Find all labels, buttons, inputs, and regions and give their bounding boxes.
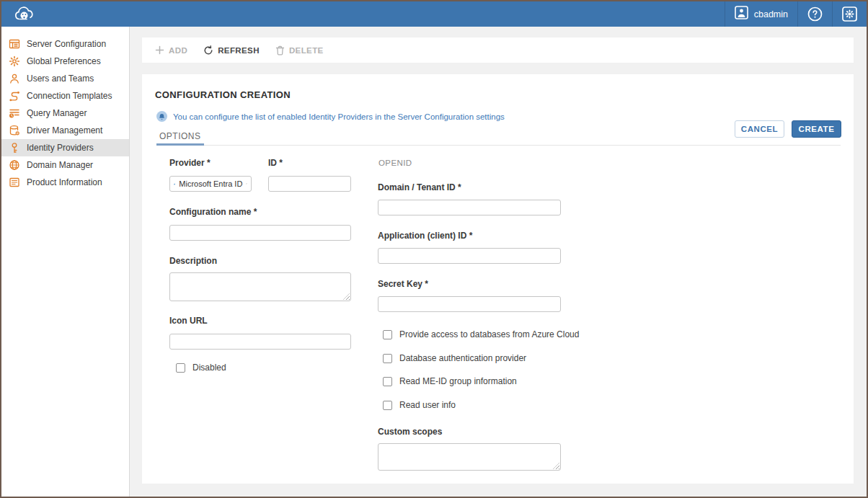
provider-label: Provider * [169, 158, 252, 168]
azure-access-checkbox-label: Provide access to databases from Azure C… [399, 329, 579, 339]
read-meid-group-checkbox[interactable] [383, 377, 392, 386]
provider-value: Microsoft Entra ID [179, 179, 242, 188]
main-area: ADD REFRESH DELETE CONFIGURATION CREATIO… [130, 27, 867, 497]
notification-bell-icon [156, 111, 167, 122]
provider-select[interactable]: Microsoft Entra ID [169, 176, 252, 192]
sidebar-item-label: Global Preferences [27, 56, 101, 66]
create-button[interactable]: CREATE [792, 120, 841, 138]
toolbar: ADD REFRESH DELETE [142, 37, 854, 63]
chevron-down-icon [246, 182, 247, 186]
domain-tenant-id-field: Domain / Tenant ID * [378, 182, 561, 215]
secret-key-label: Secret Key * [378, 279, 561, 289]
disabled-checkbox-row[interactable]: Disabled [176, 363, 226, 373]
configuration-name-field: Configuration name * [169, 207, 351, 241]
read-meid-group-checkbox-label: Read ME-ID group information [399, 376, 517, 386]
top-bar: cbadmin [1, 1, 867, 27]
custom-scopes-textarea[interactable] [378, 443, 561, 471]
secret-key-input[interactable] [378, 296, 561, 312]
tab-active-indicator [156, 143, 204, 146]
database-icon [9, 125, 20, 136]
preferences-gear-icon [9, 55, 20, 67]
sidebar-item-domain-manager[interactable]: Domain Manager [1, 156, 129, 174]
admin-sidebar: Server Configuration Global Preferences … [1, 27, 130, 497]
sidebar-item-server-configuration[interactable]: Server Configuration [1, 35, 129, 53]
info-message: You can configure the list of enabled Id… [156, 111, 505, 122]
sidebar-item-users-and-teams[interactable]: Users and Teams [1, 70, 129, 87]
secret-key-field: Secret Key * [378, 279, 561, 312]
sidebar-item-label: Product Information [27, 177, 102, 187]
help-icon [807, 6, 823, 22]
disabled-checkbox-label: Disabled [192, 363, 226, 373]
sidebar-item-global-preferences[interactable]: Global Preferences [1, 53, 129, 70]
sidebar-item-label: Domain Manager [27, 160, 93, 170]
description-label: Description [169, 256, 351, 266]
sidebar-item-label: Users and Teams [27, 74, 94, 84]
help-button[interactable] [797, 1, 832, 27]
id-field: ID * [268, 158, 351, 192]
domain-tenant-id-label: Domain / Tenant ID * [378, 182, 561, 192]
sidebar-item-label: Identity Providers [27, 143, 94, 153]
read-user-info-checkbox-row[interactable]: Read user info [383, 400, 456, 410]
sidebar-item-query-manager[interactable]: Query Manager [1, 105, 129, 122]
configuration-creation-panel: CONFIGURATION CREATION You can configure… [142, 74, 854, 484]
delete-button-label: DELETE [289, 46, 324, 55]
icon-url-label: Icon URL [169, 316, 351, 326]
sidebar-item-connection-templates[interactable]: Connection Templates [1, 87, 129, 105]
db-auth-provider-checkbox-row[interactable]: Database authentication provider [383, 353, 526, 363]
user-menu[interactable]: cbadmin [725, 1, 797, 27]
users-icon [9, 73, 20, 84]
refresh-button-label: REFRESH [218, 46, 260, 55]
id-label: ID * [268, 158, 351, 168]
sidebar-item-label: Driver Management [27, 125, 102, 135]
settings-button[interactable] [832, 1, 867, 27]
configuration-name-label: Configuration name * [169, 207, 351, 217]
icon-url-input[interactable] [169, 334, 351, 350]
plus-icon [155, 45, 164, 55]
db-auth-provider-checkbox-label: Database authentication provider [399, 353, 526, 363]
custom-scopes-field: Custom scopes [378, 427, 561, 471]
panel-title: CONFIGURATION CREATION [155, 89, 291, 100]
read-meid-group-checkbox-row[interactable]: Read ME-ID group information [383, 376, 517, 386]
user-avatar-icon [735, 6, 748, 22]
sidebar-item-product-information[interactable]: Product Information [1, 174, 129, 191]
add-button-label: ADD [169, 46, 187, 55]
openid-group-label: OPENID [378, 159, 412, 167]
info-message-text: You can configure the list of enabled Id… [173, 112, 505, 121]
sidebar-item-label: Connection Templates [27, 91, 112, 101]
sidebar-item-label: Query Manager [27, 108, 87, 118]
add-button[interactable]: ADD [155, 45, 187, 55]
configuration-name-input[interactable] [169, 225, 351, 241]
cancel-button[interactable]: CANCEL [735, 120, 784, 138]
sidebar-item-driver-management[interactable]: Driver Management [1, 122, 129, 139]
refresh-icon [203, 45, 213, 55]
delete-button[interactable]: DELETE [275, 45, 324, 55]
query-clock-icon [9, 107, 20, 119]
info-card-icon [9, 177, 20, 188]
domain-tenant-id-input[interactable] [378, 200, 561, 215]
settings-gear-icon [842, 6, 857, 22]
azure-access-checkbox[interactable] [383, 330, 392, 339]
azure-access-checkbox-row[interactable]: Provide access to databases from Azure C… [383, 329, 579, 339]
application-client-id-input[interactable] [378, 248, 561, 264]
provider-field: Provider * Microsoft Entra ID [169, 158, 252, 192]
sidebar-item-identity-providers[interactable]: Identity Providers [1, 139, 129, 156]
id-input[interactable] [268, 176, 351, 192]
icon-url-field: Icon URL [169, 316, 351, 350]
read-user-info-checkbox-label: Read user info [399, 400, 456, 410]
username: cbadmin [754, 9, 788, 19]
server-configuration-icon [9, 38, 20, 50]
application-client-id-label: Application (client) ID * [378, 231, 561, 241]
description-textarea[interactable] [169, 272, 351, 301]
globe-icon [9, 159, 20, 171]
db-auth-provider-checkbox[interactable] [383, 354, 392, 363]
custom-scopes-label: Custom scopes [378, 427, 561, 437]
application-client-id-field: Application (client) ID * [378, 231, 561, 264]
refresh-button[interactable]: REFRESH [203, 45, 260, 55]
connection-flow-icon [9, 90, 20, 102]
read-user-info-checkbox[interactable] [383, 401, 392, 410]
description-field: Description [169, 256, 351, 301]
disabled-checkbox[interactable] [176, 363, 185, 373]
tab-ruler [156, 145, 841, 146]
trash-icon [275, 45, 285, 55]
app-window: cbadmin [0, 0, 868, 498]
